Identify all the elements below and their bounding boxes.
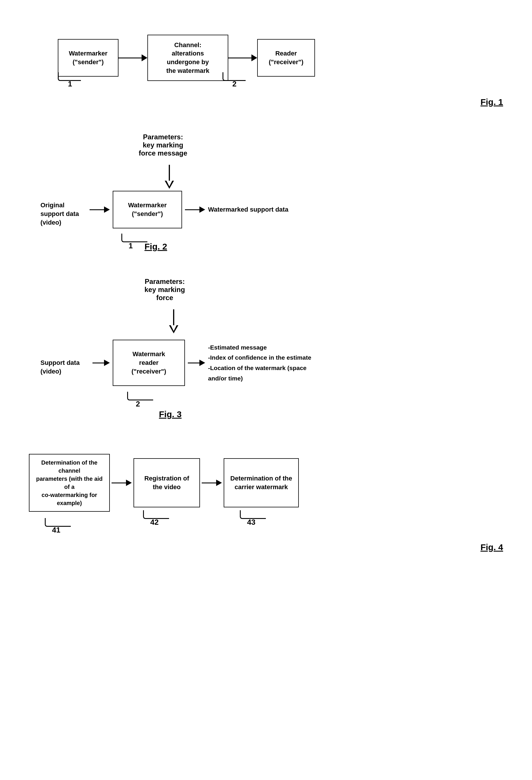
fig2-watermarker-label: Watermarker ("sender") <box>128 201 167 218</box>
fig4-box41: Determination of the channel parameters … <box>29 454 110 512</box>
arrow-head <box>199 360 205 366</box>
fig2-watermarker-box: Watermarker ("sender") <box>113 191 182 228</box>
arrow-head <box>216 480 222 486</box>
arrow-head <box>142 54 147 61</box>
fig4-box42-text: Registration of the video <box>144 474 189 491</box>
fig4-label: Fig. 4 <box>481 542 503 552</box>
fig2-label: Fig. 2 <box>145 242 167 251</box>
arrow-open-head <box>169 325 178 333</box>
fig1-label: Fig. 1 <box>481 97 503 107</box>
fig4-box43-text: Determination of the carrier watermark <box>230 474 292 491</box>
fig3-output1: -Estimated message <box>208 342 311 353</box>
arrow-head <box>104 360 110 366</box>
fig4-box43: Determination of the carrier watermark <box>224 458 299 507</box>
arrow-line <box>228 57 251 58</box>
fig1-reader-box: Reader ("receiver") <box>257 39 315 77</box>
figure-3: Parameters: key marking force Support da… <box>23 278 509 422</box>
fig1-channel-box: Channel: alterations undergone by the wa… <box>147 35 228 81</box>
fig3-params-text: Parameters: key marking force <box>145 278 185 301</box>
fig3-support-label: Support data (video) <box>41 350 90 376</box>
arrow-head <box>126 480 132 486</box>
figure-4: Determination of the channel parameters … <box>23 445 509 555</box>
fig4-arrow2 <box>202 480 222 486</box>
fig3-flow: Support data (video) Watermark reader ("… <box>41 340 311 386</box>
fig2-callout-1: 1 <box>128 241 132 250</box>
fig1-curl1 <box>58 72 81 81</box>
fig1-watermarker-box: Watermarker ("sender") <box>58 39 118 77</box>
arrow-line <box>90 209 104 210</box>
fig3-reader-label: Watermark reader ("receiver") <box>131 350 166 376</box>
fig3-label: Fig. 3 <box>159 409 181 419</box>
fig2-curl <box>121 234 147 242</box>
fig3-curl <box>127 392 153 400</box>
fig2-watermarked-label: Watermarked support data <box>208 206 288 213</box>
fig3-callout-2: 2 <box>136 399 140 408</box>
fig4-callout-41: 41 <box>52 526 60 535</box>
arrow-head <box>251 54 257 61</box>
arrow-vert <box>169 165 170 181</box>
fig2-flow: Original support data (video) Watermarke… <box>41 191 288 228</box>
fig3-reader-box: Watermark reader ("receiver") <box>113 340 185 386</box>
arrow-open-head <box>165 181 174 189</box>
arrow-line <box>93 362 104 363</box>
arrow-vert <box>173 309 174 325</box>
fig3-params: Parameters: key marking force <box>145 278 185 302</box>
fig4-callout-42: 42 <box>150 518 159 527</box>
arrow-line <box>188 362 199 363</box>
fig4-callout-43: 43 <box>247 518 256 527</box>
fig4-flow: Determination of the channel parameters … <box>29 454 299 512</box>
fig1-reader-label: Reader ("receiver") <box>269 49 304 66</box>
fig2-original-label: Original support data (video) <box>41 193 87 227</box>
fig2-arrow-out <box>185 206 205 213</box>
fig4-arrow1 <box>112 480 132 486</box>
fig3-arrow-in <box>93 360 110 366</box>
arrow-head <box>199 206 205 213</box>
fig4-box41-text: Determination of the channel parameters … <box>35 458 104 507</box>
fig3-output3: -Location of the watermark (space and/or… <box>208 363 311 383</box>
fig2-down-arrow <box>165 165 174 189</box>
fig1-arrow2 <box>228 54 257 61</box>
fig1-watermarker-label: Watermarker ("sender") <box>69 49 107 66</box>
fig3-arrow-out <box>188 360 205 366</box>
arrow-line <box>112 483 126 483</box>
fig3-output2: -Index of confidence in the estimate <box>208 352 311 363</box>
fig1-arrow1 <box>118 54 147 61</box>
arrow-line <box>202 483 216 483</box>
fig2-arrow-in <box>90 206 110 213</box>
fig3-down-arrow <box>169 309 178 333</box>
fig1-flow: Watermarker ("sender") Channel: alterati… <box>58 35 315 81</box>
fig1-channel-label: Channel: alterations undergone by the wa… <box>166 41 209 75</box>
figure-1: Watermarker ("sender") Channel: alterati… <box>23 17 509 110</box>
figure-2: Parameters: key marking force message Or… <box>23 133 509 254</box>
arrow-line <box>185 209 199 210</box>
fig1-curl2 <box>222 72 246 81</box>
fig3-outputs: -Estimated message -Index of confidence … <box>208 342 311 384</box>
fig2-params-text: Parameters: key marking force message <box>139 133 187 157</box>
fig4-box42: Registration of the video <box>134 458 200 507</box>
arrow-line <box>118 57 142 58</box>
fig2-params: Parameters: key marking force message <box>139 133 187 157</box>
arrow-head <box>104 206 110 213</box>
